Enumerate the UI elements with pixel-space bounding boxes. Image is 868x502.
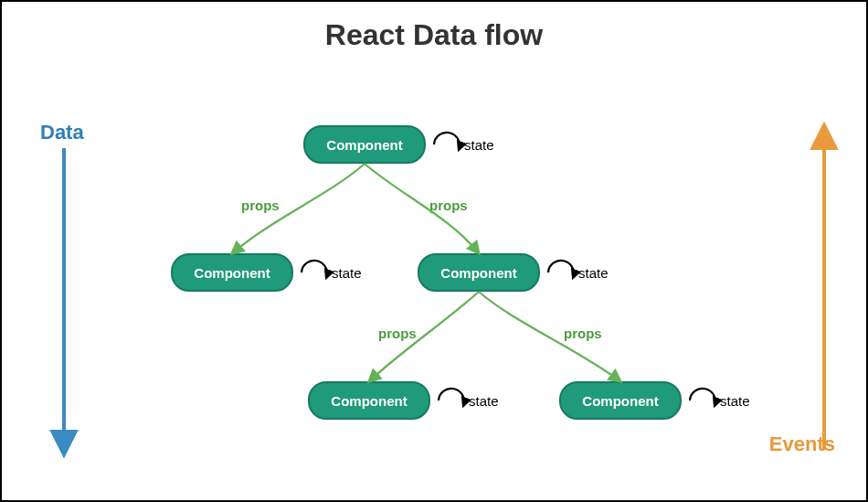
state-label-root: state: [464, 137, 494, 153]
state-label-l2a: state: [332, 265, 362, 281]
data-flow-label: Data: [40, 121, 84, 144]
state-loop-icon: [434, 133, 460, 150]
props-label-1: props: [241, 198, 280, 213]
component-node-root: Component: [303, 125, 426, 164]
state-label-l2b: state: [578, 265, 609, 281]
props-label-2: props: [429, 198, 468, 213]
diagram-svg-overlay: [2, 2, 868, 502]
events-flow-label: Events: [769, 433, 835, 456]
state-label-l3a: state: [469, 393, 499, 409]
component-node-l3a: Component: [308, 381, 430, 420]
diagram-title: React Data flow: [2, 18, 866, 52]
state-label-l3b: state: [720, 393, 750, 409]
props-label-3: props: [378, 326, 417, 341]
diagram-frame: React Data flow Data Events Component Co…: [0, 0, 868, 502]
state-loop-icon: [302, 261, 327, 278]
component-node-l3b: Component: [559, 381, 682, 420]
component-node-l2b: Component: [418, 253, 540, 292]
component-node-l2a: Component: [171, 253, 293, 292]
state-loop-icon: [690, 389, 715, 406]
state-loop-icon: [548, 261, 574, 278]
props-label-4: props: [564, 326, 602, 341]
state-loop-icon: [439, 389, 464, 406]
